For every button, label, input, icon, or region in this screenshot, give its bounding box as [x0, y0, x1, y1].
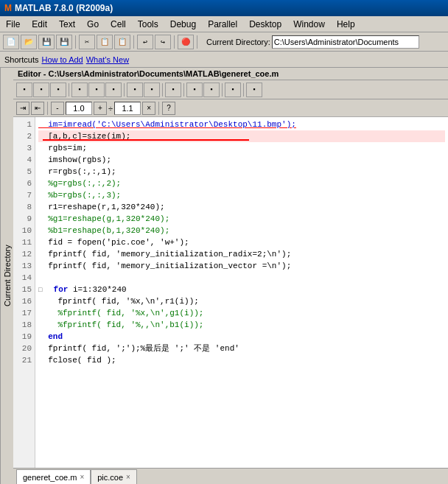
editor-btn-open-file[interactable]: ▪: [33, 83, 49, 97]
line-number-5: 5: [16, 166, 32, 178]
line-number-2: 2: [16, 130, 32, 142]
menu-item-text[interactable]: Text: [53, 18, 81, 31]
code-area[interactable]: 123456789101112131415161718192021 im=imr…: [13, 117, 448, 468]
copy-button[interactable]: 📋: [97, 35, 113, 49]
shortcuts-label: Shortcuts: [4, 55, 38, 64]
undo-button[interactable]: ↩: [137, 35, 153, 49]
divide-label: ÷: [108, 104, 113, 113]
code-line-8: r1=reshape(r,1,320*240);: [38, 201, 445, 213]
code-line-9: %g1=reshape(g,1,320*240);: [38, 213, 445, 225]
run-button2[interactable]: 🔴: [178, 35, 194, 49]
menu-item-desktop[interactable]: Desktop: [243, 18, 287, 31]
editor-toolbar-sep: [162, 83, 163, 97]
editor-toolbar-sep: [222, 83, 223, 97]
code-line-12: fprintf( fid, 'memory_initialization_rad…: [38, 248, 445, 260]
tab-0[interactable]: generet_coe.m×: [16, 469, 91, 484]
zoom-in-button[interactable]: +: [94, 102, 107, 115]
current-dir-input[interactable]: [272, 35, 419, 49]
line-number-12: 12: [16, 248, 32, 260]
help-button[interactable]: ?: [162, 102, 175, 115]
menu-item-window[interactable]: Window: [287, 18, 331, 31]
editor-btn-stop[interactable]: ▪: [225, 83, 241, 97]
sidebar-label: Current Directory: [0, 68, 13, 484]
reset-zoom-button[interactable]: ×: [142, 102, 155, 115]
redo-button[interactable]: ↪: [155, 35, 171, 49]
tab-label-0: generet_coe.m: [23, 473, 77, 482]
menu-item-help[interactable]: Help: [331, 18, 361, 31]
editor-btn-cut[interactable]: ▪: [71, 83, 88, 97]
new-button[interactable]: 📄: [3, 35, 19, 49]
code-line-15: □ for i=1:320*240: [38, 284, 445, 295]
ctb-sep2: [158, 102, 159, 115]
editor-btn-run[interactable]: ▪: [186, 83, 203, 97]
editor-btn-save-file[interactable]: ▪: [50, 83, 66, 97]
cut-button[interactable]: ✂: [79, 35, 95, 49]
tab-1[interactable]: pic.coe×: [91, 469, 137, 484]
editor-btn-debug-run[interactable]: ▪: [203, 83, 220, 97]
editor-btn-paste[interactable]: ▪: [105, 83, 122, 97]
code-line-3: rgbs=im;: [38, 142, 445, 154]
unindent-button[interactable]: ⇤: [31, 102, 44, 115]
window-title: MATLAB 7.8.0 (R2009a): [15, 3, 113, 13]
menu-item-go[interactable]: Go: [81, 18, 105, 31]
code-line-11: fid = fopen('pic.coe', 'w+');: [38, 236, 445, 248]
menu-item-cell[interactable]: Cell: [105, 18, 132, 31]
ctb-sep1: [47, 102, 48, 115]
title-icon: M: [4, 3, 12, 13]
code-line-2: [a,b,c]=size(im);: [38, 130, 445, 142]
code-line-18: %fprintf( fid, '%,,\n',b1(i));: [38, 319, 445, 331]
tab-close-1[interactable]: ×: [126, 473, 130, 481]
menu-item-edit[interactable]: Edit: [26, 18, 53, 31]
code-line-10: %b1=reshape(b,1,320*240);: [38, 225, 445, 236]
menu-item-debug[interactable]: Debug: [164, 18, 202, 31]
main-area: Current Directory Editor - C:\Users\Admi…: [0, 68, 448, 484]
code-line-19: end: [38, 331, 445, 343]
current-dir-label: Current Directory:: [206, 38, 270, 46]
main-toolbar: 📄📂💾💾✂📋📋↩↪🔴Current Directory:: [0, 32, 448, 52]
editor-toolbar-sep: [183, 83, 184, 97]
code-content: im=imread('C:\Users\Administrator\Deskto…: [35, 117, 448, 468]
toolbar-separator: [75, 35, 76, 49]
toolbar-separator: [174, 35, 175, 49]
editor-toolbar: ▪▪▪▪▪▪▪▪▪▪▪▪▪: [13, 80, 448, 99]
indent-button[interactable]: ⇥: [16, 102, 29, 115]
title-bar: M MATLAB 7.8.0 (R2009a): [0, 0, 448, 16]
shortcuts-bar: ShortcutsHow to Add What's New: [0, 52, 448, 68]
code-line-21: fclose( fid );: [38, 354, 445, 366]
editor-panel: Editor - C:\Users\Administrator\Document…: [13, 68, 448, 484]
code-line-14: [38, 272, 445, 284]
menu-bar: FileEditTextGoCellToolsDebugParallelDesk…: [0, 16, 448, 32]
font-size-input2[interactable]: [114, 102, 141, 115]
zoom-out-button[interactable]: -: [51, 102, 64, 115]
tab-close-0[interactable]: ×: [80, 473, 84, 481]
editor-btn-undo[interactable]: ▪: [127, 83, 143, 97]
shortcut-link-1[interactable]: What's New: [86, 55, 129, 64]
editor-btn-new-file[interactable]: ▪: [16, 83, 32, 97]
editor-title: Editor - C:\Users\Administrator\Document…: [13, 68, 448, 80]
editor-toolbar-sep: [124, 83, 125, 97]
editor-btn-redo[interactable]: ▪: [144, 83, 160, 97]
editor-toolbar-sep: [69, 83, 69, 97]
paste-button[interactable]: 📋: [114, 35, 130, 49]
tab-bar: generet_coe.m×pic.coe×: [13, 468, 448, 484]
editor-btn-find[interactable]: ▪: [165, 83, 181, 97]
line-numbers: 123456789101112131415161718192021: [13, 117, 35, 468]
toolbar-separator: [197, 35, 197, 49]
save-all-button[interactable]: 💾: [56, 35, 72, 49]
open-button[interactable]: 📂: [21, 35, 37, 49]
toolbar-separator: [133, 35, 134, 49]
editor-btn-copy[interactable]: ▪: [88, 83, 105, 97]
editor-btn-help[interactable]: ▪: [246, 83, 262, 97]
menu-item-tools[interactable]: Tools: [132, 18, 164, 31]
code-line-6: %g=rgbs(:,:,2);: [38, 178, 445, 189]
line-number-6: 6: [16, 178, 32, 189]
line-number-3: 3: [16, 142, 32, 154]
line-number-17: 17: [16, 307, 32, 319]
save-button[interactable]: 💾: [38, 35, 55, 49]
code-line-17: %fprintf( fid, '%x,\n',g1(i));: [38, 307, 445, 319]
menu-item-parallel[interactable]: Parallel: [202, 18, 243, 31]
font-size-input[interactable]: [66, 102, 92, 115]
line-number-21: 21: [16, 354, 32, 366]
shortcut-link-0[interactable]: How to Add: [41, 55, 83, 64]
menu-item-file[interactable]: File: [0, 18, 26, 31]
